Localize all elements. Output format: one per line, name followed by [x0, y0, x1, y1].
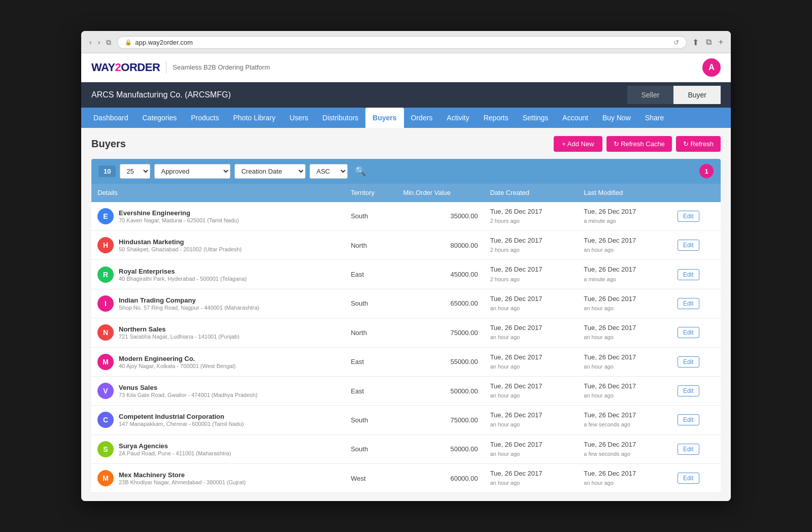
search-button[interactable]: 🔍: [352, 164, 369, 178]
buyer-avatar: H: [97, 237, 114, 253]
last-modified-relative: a minute ago: [584, 276, 616, 282]
nav-buy-now[interactable]: Buy Now: [595, 108, 638, 128]
table-controls: 10 25 10 50 100 Approved Pending Rejecte…: [91, 159, 721, 184]
buyer-address: 147 Manapakkam, Chennai - 600001 (Tamil …: [119, 421, 244, 427]
add-tab-button[interactable]: +: [717, 36, 725, 48]
share-button[interactable]: ⬆: [691, 36, 700, 49]
date-created-relative: 2 hours ago: [490, 276, 520, 282]
nav-users[interactable]: Users: [283, 108, 316, 128]
last-modified-relative: a minute ago: [584, 218, 616, 224]
edit-button[interactable]: Edit: [678, 385, 699, 396]
tab-switcher-button[interactable]: ⧉: [104, 37, 113, 48]
edit-button[interactable]: Edit: [678, 414, 699, 425]
nav-buyers[interactable]: Buyers: [365, 108, 403, 128]
buyer-address: 73 Kila Gate Road, Gwalior - 474001 (Mad…: [119, 392, 257, 398]
edit-button[interactable]: Edit: [678, 211, 699, 222]
actions-cell: Edit: [671, 231, 721, 260]
refresh-button[interactable]: ↻ Refresh: [676, 136, 721, 152]
last-modified-relative: an hour ago: [584, 247, 614, 253]
nav-orders[interactable]: Orders: [404, 108, 440, 128]
date-created-relative: an hour ago: [490, 363, 520, 370]
nav-photo-library[interactable]: Photo Library: [226, 108, 282, 128]
edit-button[interactable]: Edit: [678, 327, 699, 338]
edit-button[interactable]: Edit: [678, 356, 699, 368]
reload-icon[interactable]: ↺: [673, 39, 679, 46]
last-modified-relative: an hour ago: [584, 334, 614, 340]
tabs-button[interactable]: ⧉: [704, 36, 713, 48]
details-cell: R Royal Enterprises 40 Bhagirathi Park, …: [91, 260, 345, 289]
nav-products[interactable]: Products: [184, 108, 226, 128]
table-row: V Venus Sales 73 Kila Gate Road, Gwalior…: [91, 376, 721, 405]
nav-categories[interactable]: Categories: [136, 108, 184, 128]
refresh-cache-button[interactable]: ↻ Refresh Cache: [606, 136, 672, 152]
nav-settings[interactable]: Settings: [516, 108, 556, 128]
per-page-select[interactable]: 25 10 50 100: [120, 164, 150, 179]
buyers-table: Details Territory Min.Order Value Date C…: [91, 184, 721, 493]
min-order-value: 35000.00: [397, 202, 484, 230]
seller-role-button[interactable]: Seller: [627, 86, 674, 104]
address-bar[interactable]: 🔒 app.way2order.com ↺: [117, 36, 686, 49]
buyer-address: 40 Bhagirathi Park, Hyderabad - 500001 (…: [119, 276, 247, 282]
territory-cell: West: [345, 464, 397, 493]
nav-account[interactable]: Account: [555, 108, 595, 128]
company-bar: ARCS Manufacturing Co. (ARCSMFG) Seller …: [81, 82, 731, 108]
territory-cell: South: [345, 289, 397, 318]
col-min-order: Min.Order Value: [397, 184, 484, 202]
nav-activity[interactable]: Activity: [439, 108, 476, 128]
add-new-button[interactable]: + Add New: [554, 136, 602, 152]
date-created-relative: an hour ago: [490, 392, 520, 398]
min-order-value: 75000.00: [397, 318, 484, 347]
col-territory: Territory: [345, 184, 397, 202]
nav-dashboard[interactable]: Dashboard: [86, 108, 136, 128]
buyer-role-button[interactable]: Buyer: [673, 86, 721, 104]
date-created-cell: Tue, 26 Dec 2017 2 hours ago: [484, 202, 578, 230]
nav-share[interactable]: Share: [638, 108, 671, 128]
buyer-name: Hindustan Marketing: [119, 238, 242, 246]
actions-cell: Edit: [671, 435, 721, 463]
table-body: E Evershine Engineering 70 Kaveri Nagar,…: [91, 202, 721, 493]
url-text: app.way2order.com: [135, 39, 192, 46]
edit-button[interactable]: Edit: [678, 240, 699, 251]
back-button[interactable]: ‹: [87, 37, 94, 48]
buyer-address: 70 Kaveri Nagar, Madurai - 625001 (Tamil…: [119, 217, 239, 223]
buyer-address: 50 Shaikpet, Ghaziabad - 201002 (Uttar P…: [119, 246, 242, 252]
nav-distributors[interactable]: Distributors: [315, 108, 365, 128]
buyer-info: Northern Sales 721 Sarabha Nagar, Ludhia…: [119, 325, 240, 340]
date-created-cell: Tue, 26 Dec 2017 an hour ago: [484, 406, 578, 435]
user-avatar[interactable]: A: [702, 58, 721, 77]
table-row: S Surya Agencies 2A Paud Road, Pune - 41…: [91, 435, 721, 463]
edit-button[interactable]: Edit: [678, 298, 699, 309]
territory-cell: South: [345, 435, 397, 463]
date-created-cell: Tue, 26 Dec 2017 an hour ago: [484, 464, 578, 493]
logo: WAY2ORDER: [91, 61, 160, 74]
date-created-cell: Tue, 26 Dec 2017 an hour ago: [484, 435, 578, 463]
last-modified-relative: a few seconds ago: [584, 421, 630, 427]
order-select[interactable]: ASC DESC: [310, 164, 348, 179]
last-modified-relative: an hour ago: [584, 480, 614, 486]
buyer-address: 23B Khodiyar Nagar, Ahmedabad - 380001 (…: [119, 479, 246, 485]
edit-button[interactable]: Edit: [678, 444, 699, 455]
logo-tagline: Seamless B2B Ordering Platform: [173, 63, 269, 71]
forward-button[interactable]: ›: [96, 37, 103, 48]
logo-area: WAY2ORDER Seamless B2B Ordering Platform: [91, 61, 270, 74]
date-created-cell: Tue, 26 Dec 2017 an hour ago: [484, 376, 578, 405]
status-select[interactable]: Approved Pending Rejected: [154, 164, 230, 179]
last-modified-cell: Tue, 26 Dec 2017 a minute ago: [578, 202, 671, 230]
actions-cell: Edit: [671, 376, 721, 405]
last-modified-relative: an hour ago: [584, 392, 614, 398]
sort-select[interactable]: Creation Date Name Territory: [234, 164, 306, 179]
nav-reports[interactable]: Reports: [477, 108, 516, 128]
col-date-created: Date Created: [484, 184, 578, 202]
table-row: M Mex Machinery Store 23B Khodiyar Nagar…: [91, 464, 721, 493]
page-header: Buyers + Add New ↻ Refresh Cache ↻ Refre…: [91, 136, 721, 152]
col-last-modified: Last Modified: [578, 184, 671, 202]
page-badge: 1: [699, 164, 714, 178]
lock-icon: 🔒: [125, 39, 132, 46]
details-cell: E Evershine Engineering 70 Kaveri Nagar,…: [91, 202, 345, 230]
actions-cell: Edit: [671, 318, 721, 347]
edit-button[interactable]: Edit: [678, 473, 699, 484]
actions-cell: Edit: [671, 406, 721, 435]
territory-cell: East: [345, 376, 397, 405]
edit-button[interactable]: Edit: [678, 269, 699, 280]
page-title: Buyers: [91, 138, 126, 150]
